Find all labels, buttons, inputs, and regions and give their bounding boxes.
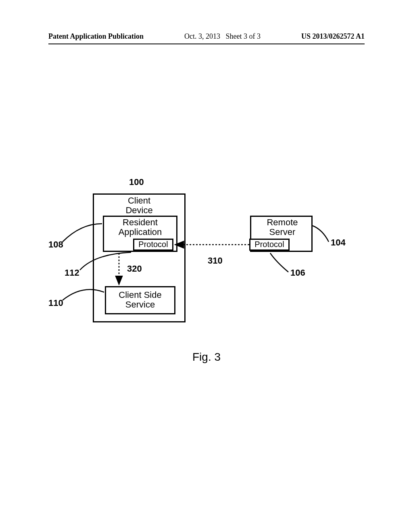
ref-104: 104 [331,238,346,247]
ref-320: 320 [127,264,142,274]
header-rule [48,44,365,44]
publication-label: Patent Application Publication [48,32,144,41]
protocol-right-label: Protocol [249,240,290,249]
remote-server-label: Remote Server [258,218,307,237]
protocol-left-label: Protocol [133,240,173,249]
page-header: Patent Application Publication Oct. 3, 2… [0,32,413,41]
ref-100: 100 [129,177,144,187]
ref-310: 310 [208,256,223,266]
ref-110: 110 [48,298,63,308]
publication-number: US 2013/0262572 A1 [301,32,365,41]
resident-application-label: Resident Application [109,218,171,237]
figure-caption: Fig. 3 [0,351,413,364]
ref-108: 108 [48,240,63,249]
figure-diagram: 100 Client Device Resident Application P… [48,177,365,379]
date-sheet-label: Oct. 3, 2013 Sheet 3 of 3 [184,32,261,41]
client-side-service-label: Client Side Service [105,290,175,310]
client-device-label: Client Device [117,196,161,215]
ref-106: 106 [290,268,305,278]
ref-112: 112 [65,268,79,278]
